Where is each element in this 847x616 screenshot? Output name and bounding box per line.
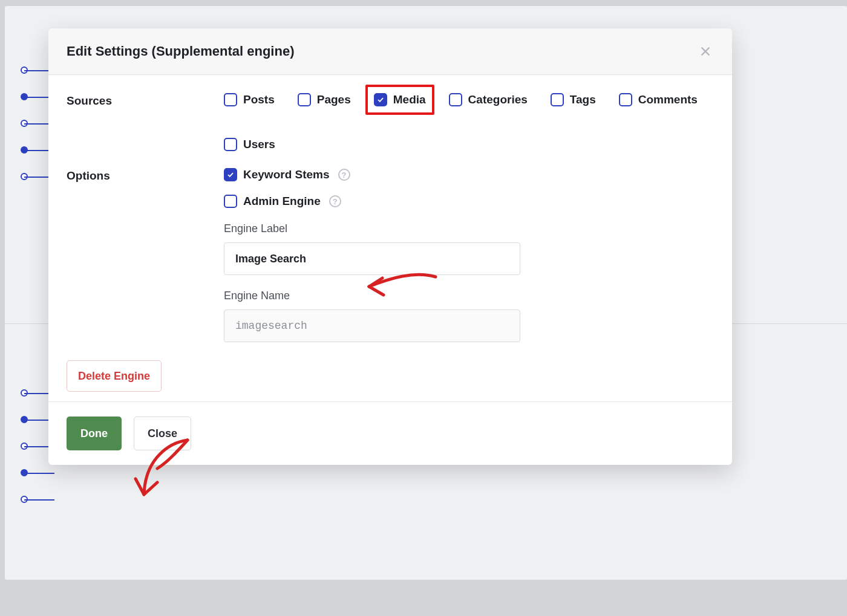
close-icon[interactable] <box>697 43 714 60</box>
options-row: Options Keyword Stems ? Admin Engine ? <box>67 168 714 342</box>
checkbox-label: Pages <box>317 93 351 106</box>
source-comments[interactable]: Comments <box>619 93 698 106</box>
help-icon[interactable]: ? <box>338 169 350 181</box>
engine-name-field-block: Engine Name <box>224 290 714 342</box>
help-icon[interactable]: ? <box>329 195 341 207</box>
source-media[interactable]: Media <box>374 93 426 106</box>
checkbox-label: Posts <box>243 93 275 106</box>
engine-label-input[interactable] <box>224 242 520 275</box>
options-label: Options <box>67 168 224 183</box>
source-users[interactable]: Users <box>224 138 275 151</box>
checkbox-icon <box>224 168 237 181</box>
modal-footer: Done Close <box>48 401 732 465</box>
engine-label-field-block: Engine Label <box>224 222 714 275</box>
source-tags[interactable]: Tags <box>551 93 596 106</box>
checkbox-label: Keyword Stems <box>243 168 330 181</box>
delete-engine-button[interactable]: Delete Engine <box>67 360 162 392</box>
modal-header: Edit Settings (Supplemental engine) <box>48 28 732 75</box>
source-categories[interactable]: Categories <box>449 93 528 106</box>
done-button[interactable]: Done <box>67 417 122 450</box>
checkbox-icon <box>224 195 237 208</box>
source-pages[interactable]: Pages <box>298 93 351 106</box>
engine-name-input[interactable] <box>224 310 520 342</box>
modal-body: Sources Posts Pages <box>48 75 732 401</box>
checkbox-icon <box>374 93 387 106</box>
edit-settings-modal: Edit Settings (Supplemental engine) Sour… <box>48 28 732 465</box>
checkbox-label: Media <box>393 93 426 106</box>
checkbox-label: Categories <box>468 93 528 106</box>
checkbox-icon <box>224 93 237 106</box>
option-keyword-stems[interactable]: Keyword Stems ? <box>224 168 714 181</box>
checkbox-label: Admin Engine <box>243 195 321 208</box>
checkbox-icon <box>298 93 311 106</box>
sources-row: Sources Posts Pages <box>67 93 714 151</box>
option-admin-engine[interactable]: Admin Engine ? <box>224 195 714 208</box>
checkbox-icon <box>551 93 564 106</box>
close-button[interactable]: Close <box>134 417 191 450</box>
bg-line <box>24 499 54 501</box>
checkbox-icon <box>224 138 237 151</box>
source-posts[interactable]: Posts <box>224 93 275 106</box>
modal-title: Edit Settings (Supplemental engine) <box>67 44 294 59</box>
sources-label: Sources <box>67 93 224 108</box>
engine-label-label: Engine Label <box>224 222 714 235</box>
checkbox-label: Tags <box>570 93 596 106</box>
checkbox-icon <box>449 93 462 106</box>
checkbox-label: Comments <box>638 93 698 106</box>
bg-line <box>24 473 54 474</box>
checkbox-icon <box>619 93 632 106</box>
checkbox-label: Users <box>243 138 275 151</box>
engine-name-label: Engine Name <box>224 290 714 302</box>
